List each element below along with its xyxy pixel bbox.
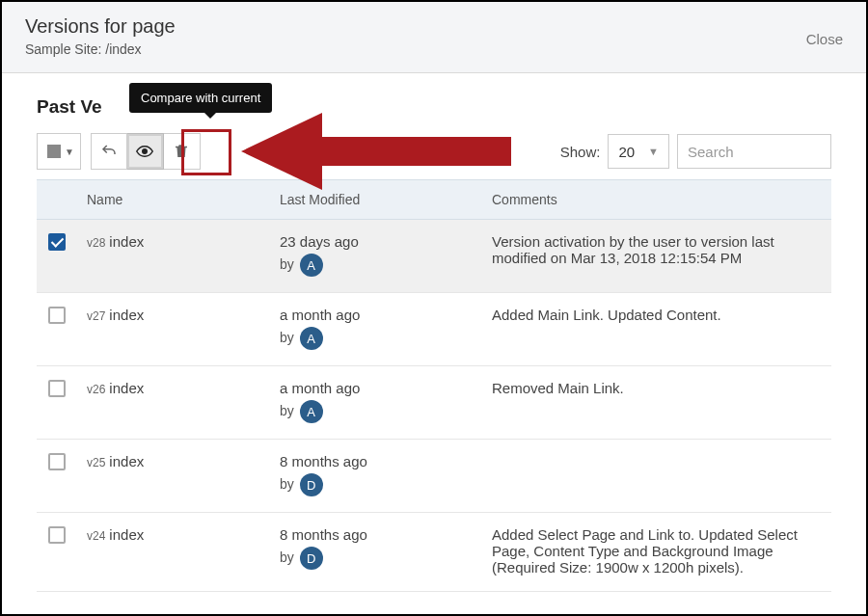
page-name: index xyxy=(109,307,144,323)
row-comments: Version activation by the user to versio… xyxy=(482,220,831,293)
show-label: Show: xyxy=(560,144,601,160)
chevron-down-icon: ▼ xyxy=(65,147,74,157)
page-name: index xyxy=(109,233,144,250)
row-comments: Added Main Link. Updated Content. xyxy=(482,293,831,366)
page-name: index xyxy=(109,526,144,543)
annotation-arrow xyxy=(241,104,521,201)
modified-time: 8 months ago xyxy=(280,526,473,543)
row-comments: Added Select Page and Link to. Updated S… xyxy=(482,513,831,592)
close-button[interactable]: Close xyxy=(806,31,843,47)
dialog-header: Versions for page Sample Site: /index Cl… xyxy=(2,2,866,73)
by-label: by xyxy=(280,476,294,492)
undo-icon xyxy=(100,143,118,160)
versions-table: Name Last Modified Comments v28index 23 … xyxy=(37,179,831,592)
row-comments: Removed Main Link. xyxy=(482,366,831,440)
version-tag: v27 xyxy=(87,309,105,323)
trash-icon xyxy=(173,143,190,160)
svg-point-2 xyxy=(143,149,148,154)
modified-time: a month ago xyxy=(280,307,473,323)
select-all-button[interactable]: ▼ xyxy=(37,133,81,170)
row-checkbox[interactable] xyxy=(48,380,66,397)
modified-time: a month ago xyxy=(280,380,473,396)
modified-time: 23 days ago xyxy=(280,233,473,250)
table-row[interactable]: v26index a month ago by A Removed Main L… xyxy=(37,366,831,440)
svg-marker-1 xyxy=(241,113,322,190)
table-row[interactable]: v28index 23 days ago by A Version activa… xyxy=(37,220,831,293)
avatar: A xyxy=(300,400,323,423)
row-checkbox[interactable] xyxy=(48,526,66,544)
avatar: D xyxy=(300,547,323,570)
tooltip-compare: Compare with current xyxy=(129,83,272,113)
dialog-title: Versions for page xyxy=(25,15,176,38)
by-label: by xyxy=(280,330,294,345)
version-tag: v25 xyxy=(87,456,105,469)
row-comments xyxy=(482,440,831,513)
page-size-value: 20 xyxy=(618,144,635,160)
avatar: D xyxy=(300,473,323,496)
by-label: by xyxy=(280,256,294,272)
avatar: A xyxy=(300,254,323,277)
avatar: A xyxy=(300,327,323,350)
search-input[interactable] xyxy=(677,134,831,169)
modified-time: 8 months ago xyxy=(280,453,473,469)
version-tag: v24 xyxy=(87,529,105,543)
right-controls: Show: 20 ▼ xyxy=(560,134,831,169)
version-tag: v28 xyxy=(87,236,105,250)
col-header-comments[interactable]: Comments xyxy=(482,180,831,220)
chevron-down-icon: ▼ xyxy=(648,146,659,157)
by-label: by xyxy=(280,549,294,565)
table-row[interactable]: v25index 8 months ago by D xyxy=(37,440,831,513)
page-name: index xyxy=(109,453,144,469)
dialog-subtitle: Sample Site: /index xyxy=(25,41,176,57)
row-checkbox[interactable] xyxy=(48,307,66,324)
delete-button[interactable] xyxy=(164,133,201,170)
select-indicator-icon xyxy=(47,145,61,158)
toolbar: Compare with current ▼ xyxy=(37,133,831,170)
page-name: index xyxy=(109,380,144,396)
action-button-group xyxy=(91,133,201,170)
eye-icon xyxy=(136,143,153,160)
select-all-group: ▼ xyxy=(37,133,81,170)
table-row[interactable]: v24index 8 months ago by D Added Select … xyxy=(37,513,831,592)
row-checkbox[interactable] xyxy=(48,233,66,251)
version-tag: v26 xyxy=(87,383,105,396)
row-checkbox[interactable] xyxy=(48,453,66,470)
undo-button[interactable] xyxy=(91,133,127,170)
page-size-select[interactable]: 20 ▼ xyxy=(608,134,669,169)
compare-button[interactable] xyxy=(127,133,164,170)
by-label: by xyxy=(280,403,294,418)
svg-rect-0 xyxy=(309,137,511,166)
table-row[interactable]: v27index a month ago by A Added Main Lin… xyxy=(37,293,831,366)
